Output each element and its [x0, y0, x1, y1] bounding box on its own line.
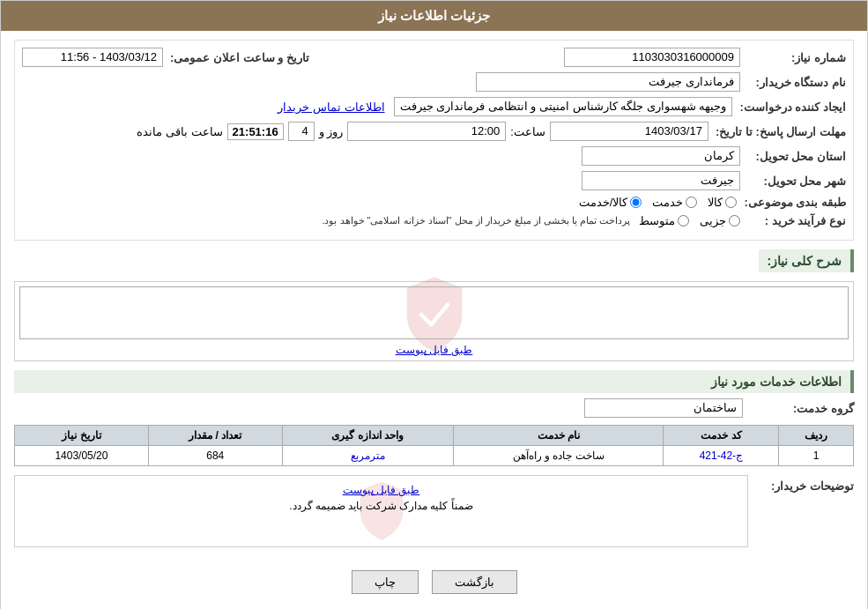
nowFarayand-desc: پرداخت تمام یا بخشی از مبلغ خریدار از مح…	[322, 215, 639, 227]
radio-kala: کالا	[708, 196, 737, 209]
sharh-link[interactable]: طبق فایل پیوست	[19, 344, 849, 356]
khadamat-section-title: اطلاعات خدمات مورد نیاز	[14, 370, 854, 393]
table-row: 1 ج-42-421 ساخت جاده و راه‌آهن مترمربع 6…	[15, 446, 854, 466]
row-tabaqe: طبقه بندی موضوعی: کالا خدمت کالا/خدمت	[22, 196, 846, 209]
print-button[interactable]: چاپ	[352, 570, 419, 594]
row-sharh-title: شرح کلی نیاز:	[14, 249, 854, 278]
mohlat-date: 1403/03/17	[550, 122, 708, 141]
group-row: گروه خدمت: ساختمان	[14, 398, 854, 418]
radio-kala-label: کالا	[708, 196, 723, 209]
group-value: ساختمان	[584, 398, 743, 418]
main-info-section: شماره نیاز: 1103030316000009 تاریخ و ساع…	[14, 40, 854, 241]
sharh-textarea[interactable]	[19, 286, 849, 339]
mohlat-roz-label: روز و	[315, 125, 348, 138]
cell-radif: 1	[779, 446, 854, 466]
radio-khadamat: خدمت	[652, 196, 697, 209]
radio-mottaset: متوسط	[639, 214, 689, 227]
row-shahr: شهر محل تحویل: جیرفت	[22, 171, 846, 190]
sharh-wrapper: طبق فایل پیوست	[14, 281, 854, 361]
ijadKonande-value: وجیهه شهسواری جلگه کارشناس امنیتی و انتظ…	[394, 97, 733, 116]
ostan-value: کرمان	[582, 146, 740, 166]
namDastgah-label: نام دستگاه خریدار:	[740, 76, 846, 89]
row-toshihat: توضیحات خریدار: طبق فایل پیوست ضمناً کلی…	[14, 475, 854, 556]
content-area: شماره نیاز: 1103030316000009 تاریخ و ساع…	[1, 31, 867, 609]
tarikh-value: 1403/03/12 - 11:56	[22, 48, 163, 67]
mohlat-countdown: 21:51:16	[227, 123, 284, 140]
radio-kala-khadamat: کالا/خدمت	[579, 196, 642, 209]
toshihat-section: طبق فایل پیوست ضمناً کلیه مدارک شرکت بای…	[14, 475, 748, 547]
cell-tedad: 684	[148, 446, 282, 466]
shahr-label: شهر محل تحویل:	[740, 175, 846, 188]
toshihat-link[interactable]: طبق فایل پیوست	[23, 484, 739, 496]
radio-kala-khadamat-label: کالا/خدمت	[579, 196, 628, 209]
radio-mottaset-input[interactable]	[678, 215, 689, 227]
ostan-label: استان محل تحویل:	[740, 150, 846, 163]
col-kodKhadamat: کد خدمت	[664, 426, 779, 446]
row-ijadKonande: ایجاد کننده درخواست: وجیهه شهسواری جلگه …	[22, 97, 846, 116]
col-tedad: تعداد / مقدار	[148, 426, 282, 446]
radio-khadamat-label: خدمت	[652, 196, 683, 209]
tarikh-label: تاریخ و ساعت اعلان عمومی:	[163, 51, 309, 64]
row-ostan: استان محل تحویل: کرمان	[22, 146, 846, 166]
buttons-row: بازگشت چاپ	[14, 561, 854, 603]
cell-namKhadamat: ساخت جاده و راه‌آهن	[454, 446, 664, 466]
page-wrapper: جزئیات اطلاعات نیاز شماره نیاز: 11030303…	[0, 0, 868, 609]
mohlat-time-label: ساعت:	[506, 125, 550, 138]
page-title: جزئیات اطلاعات نیاز	[378, 8, 490, 23]
cell-vahed: مترمربع	[282, 446, 453, 466]
radio-kala-input[interactable]	[725, 197, 737, 208]
radio-jozi-label: جزیی	[700, 214, 726, 227]
ijadKonande-label: ایجاد کننده درخواست:	[732, 100, 846, 114]
group-label: گروه خدمت:	[748, 402, 854, 415]
radio-mottaset-label: متوسط	[639, 214, 675, 227]
nowFarayand-label: نوع فرآیند خرید :	[740, 214, 846, 227]
cell-tarikh: 1403/05/20	[15, 446, 149, 466]
row-mohlat: مهلت ارسال پاسخ: تا تاریخ: 1403/03/17 سا…	[22, 122, 846, 141]
mohlat-remaining: ساعت باقی مانده	[137, 125, 222, 138]
col-vahed: واحد اندازه گیری	[282, 426, 453, 446]
radio-jozi: جزیی	[700, 214, 740, 227]
radio-kala-khadamat-input[interactable]	[630, 197, 642, 208]
shomareNiaz-label: شماره نیاز:	[740, 51, 846, 64]
col-namKhadamat: نام خدمت	[454, 426, 664, 446]
row-nowFarayand: نوع فرآیند خرید : جزیی متوسط پرداخت تمام…	[22, 214, 846, 227]
toshihat-note: ضمناً کلیه مدارک شرکت باید ضمیمه گردد.	[23, 500, 739, 512]
toshihat-label: توضیحات خریدار:	[748, 475, 854, 493]
col-tarikh: تاریخ نیاز	[15, 426, 149, 446]
namDastgah-value: فرمانداری جیرفت	[476, 72, 740, 92]
shomareNiaz-value: 1103030316000009	[564, 48, 740, 67]
page-header: جزئیات اطلاعات نیاز	[1, 1, 867, 31]
cell-kodKhadamat: ج-42-421	[664, 446, 779, 466]
tabaqe-radio-group: کالا خدمت کالا/خدمت	[579, 196, 738, 209]
row-namDastgah: نام دستگاه خریدار: فرمانداری جیرفت	[22, 72, 846, 92]
sharh-section-title: شرح کلی نیاز:	[759, 249, 854, 272]
mohlat-countdown-box: 21:51:16	[223, 125, 288, 138]
col-radif: ردیف	[779, 426, 854, 446]
back-button[interactable]: بازگشت	[432, 570, 517, 594]
row-shomareNiaz: شماره نیاز: 1103030316000009 تاریخ و ساع…	[22, 48, 846, 67]
radio-jozi-input[interactable]	[729, 215, 740, 227]
mohlat-roz-value: 4	[288, 122, 315, 141]
shahr-value: جیرفت	[582, 171, 740, 190]
tabaqe-label: طبقه بندی موضوعی:	[737, 196, 846, 209]
mohlat-time: 12:00	[347, 122, 506, 141]
ijadKonande-link[interactable]: اطلاعات تماس خریدار	[278, 100, 384, 114]
services-table-section: ردیف کد خدمت نام خدمت واحد اندازه گیری ت…	[14, 425, 854, 466]
toshihat-inner: طبق فایل پیوست ضمناً کلیه مدارک شرکت بای…	[19, 480, 743, 542]
table-header-row: ردیف کد خدمت نام خدمت واحد اندازه گیری ت…	[15, 426, 854, 446]
radio-khadamat-input[interactable]	[686, 197, 697, 208]
nowFarayand-radio-group: جزیی متوسط	[639, 214, 740, 227]
mohlat-label: مهلت ارسال پاسخ: تا تاریخ:	[708, 125, 846, 138]
services-table: ردیف کد خدمت نام خدمت واحد اندازه گیری ت…	[14, 425, 854, 466]
